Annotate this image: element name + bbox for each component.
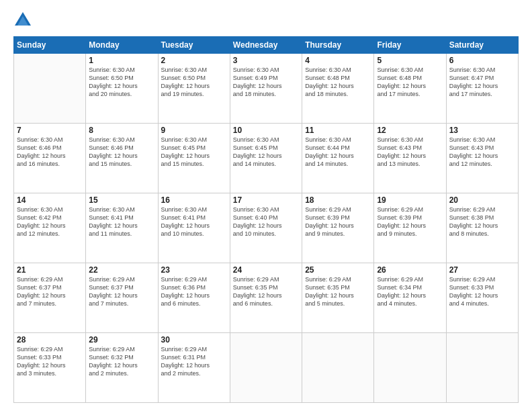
calendar-cell: 23Sunrise: 6:29 AM Sunset: 6:36 PM Dayli… — [158, 263, 230, 333]
logo — [13, 11, 35, 30]
calendar-cell: 28Sunrise: 6:29 AM Sunset: 6:33 PM Dayli… — [14, 333, 86, 403]
day-info: Sunrise: 6:30 AM Sunset: 6:48 PM Dayligh… — [305, 66, 371, 99]
calendar-cell: 29Sunrise: 6:29 AM Sunset: 6:32 PM Dayli… — [86, 333, 158, 403]
day-info: Sunrise: 6:29 AM Sunset: 6:37 PM Dayligh… — [17, 275, 83, 308]
day-info: Sunrise: 6:30 AM Sunset: 6:45 PM Dayligh… — [233, 136, 299, 169]
day-number: 3 — [233, 56, 299, 65]
day-number: 16 — [161, 195, 227, 205]
col-header-thursday: Thursday — [302, 37, 374, 54]
day-info: Sunrise: 6:29 AM Sunset: 6:39 PM Dayligh… — [305, 205, 371, 238]
day-number: 19 — [377, 195, 443, 205]
calendar-cell: 11Sunrise: 6:30 AM Sunset: 6:44 PM Dayli… — [302, 124, 374, 193]
day-info: Sunrise: 6:30 AM Sunset: 6:45 PM Dayligh… — [161, 136, 227, 169]
col-header-saturday: Saturday — [446, 37, 518, 54]
day-number: 20 — [449, 195, 515, 205]
col-header-wednesday: Wednesday — [230, 37, 302, 54]
day-info: Sunrise: 6:30 AM Sunset: 6:49 PM Dayligh… — [233, 66, 299, 99]
day-number: 21 — [17, 265, 83, 275]
calendar-cell — [446, 333, 518, 403]
calendar-week-4: 28Sunrise: 6:29 AM Sunset: 6:33 PM Dayli… — [14, 333, 519, 403]
day-info: Sunrise: 6:29 AM Sunset: 6:35 PM Dayligh… — [233, 275, 299, 308]
calendar-cell: 25Sunrise: 6:29 AM Sunset: 6:35 PM Dayli… — [302, 263, 374, 333]
day-info: Sunrise: 6:30 AM Sunset: 6:42 PM Dayligh… — [17, 205, 83, 238]
day-info: Sunrise: 6:30 AM Sunset: 6:41 PM Dayligh… — [89, 205, 154, 238]
day-number: 4 — [305, 56, 371, 65]
day-number: 30 — [161, 335, 227, 345]
calendar-cell: 3Sunrise: 6:30 AM Sunset: 6:49 PM Daylig… — [230, 54, 302, 124]
col-header-tuesday: Tuesday — [158, 37, 230, 54]
col-header-friday: Friday — [374, 37, 446, 54]
calendar-cell: 21Sunrise: 6:29 AM Sunset: 6:37 PM Dayli… — [14, 263, 86, 333]
day-number: 17 — [233, 195, 299, 205]
page: SundayMondayTuesdayWednesdayThursdayFrid… — [0, 0, 532, 411]
day-number: 8 — [89, 126, 154, 135]
day-info: Sunrise: 6:29 AM Sunset: 6:39 PM Dayligh… — [377, 205, 443, 238]
day-number: 5 — [377, 56, 443, 65]
day-number: 27 — [449, 265, 515, 275]
col-header-sunday: Sunday — [14, 37, 86, 54]
day-number: 22 — [89, 265, 154, 275]
calendar-cell: 16Sunrise: 6:30 AM Sunset: 6:41 PM Dayli… — [158, 193, 230, 263]
day-info: Sunrise: 6:29 AM Sunset: 6:33 PM Dayligh… — [17, 345, 83, 378]
logo-icon — [13, 11, 32, 30]
day-info: Sunrise: 6:29 AM Sunset: 6:31 PM Dayligh… — [161, 345, 227, 378]
calendar-cell: 17Sunrise: 6:30 AM Sunset: 6:40 PM Dayli… — [230, 193, 302, 263]
calendar-cell: 30Sunrise: 6:29 AM Sunset: 6:31 PM Dayli… — [158, 333, 230, 403]
calendar-week-3: 21Sunrise: 6:29 AM Sunset: 6:37 PM Dayli… — [14, 263, 519, 333]
day-number: 9 — [161, 126, 227, 135]
calendar-cell: 26Sunrise: 6:29 AM Sunset: 6:34 PM Dayli… — [374, 263, 446, 333]
day-info: Sunrise: 6:29 AM Sunset: 6:38 PM Dayligh… — [449, 205, 515, 238]
calendar-week-1: 7Sunrise: 6:30 AM Sunset: 6:46 PM Daylig… — [14, 124, 519, 193]
header — [13, 11, 519, 30]
calendar-cell: 24Sunrise: 6:29 AM Sunset: 6:35 PM Dayli… — [230, 263, 302, 333]
calendar-cell: 10Sunrise: 6:30 AM Sunset: 6:45 PM Dayli… — [230, 124, 302, 193]
day-number: 28 — [17, 335, 83, 345]
day-number: 24 — [233, 265, 299, 275]
day-number: 25 — [305, 265, 371, 275]
calendar-cell: 9Sunrise: 6:30 AM Sunset: 6:45 PM Daylig… — [158, 124, 230, 193]
day-info: Sunrise: 6:30 AM Sunset: 6:44 PM Dayligh… — [305, 136, 371, 169]
day-number: 13 — [449, 126, 515, 135]
day-info: Sunrise: 6:30 AM Sunset: 6:50 PM Dayligh… — [161, 66, 227, 99]
calendar-cell: 5Sunrise: 6:30 AM Sunset: 6:48 PM Daylig… — [374, 54, 446, 124]
day-number: 26 — [377, 265, 443, 275]
day-info: Sunrise: 6:29 AM Sunset: 6:33 PM Dayligh… — [449, 275, 515, 308]
calendar-week-2: 14Sunrise: 6:30 AM Sunset: 6:42 PM Dayli… — [14, 193, 519, 263]
calendar-cell: 27Sunrise: 6:29 AM Sunset: 6:33 PM Dayli… — [446, 263, 518, 333]
day-info: Sunrise: 6:30 AM Sunset: 6:50 PM Dayligh… — [89, 66, 154, 99]
calendar-cell: 1Sunrise: 6:30 AM Sunset: 6:50 PM Daylig… — [86, 54, 158, 124]
calendar-cell — [374, 333, 446, 403]
col-header-monday: Monday — [86, 37, 158, 54]
day-number: 10 — [233, 126, 299, 135]
day-number: 29 — [89, 335, 154, 345]
day-number: 1 — [89, 56, 154, 65]
calendar-header-row: SundayMondayTuesdayWednesdayThursdayFrid… — [14, 37, 519, 54]
day-info: Sunrise: 6:30 AM Sunset: 6:46 PM Dayligh… — [17, 136, 83, 169]
day-info: Sunrise: 6:30 AM Sunset: 6:43 PM Dayligh… — [377, 136, 443, 169]
calendar-cell: 8Sunrise: 6:30 AM Sunset: 6:46 PM Daylig… — [86, 124, 158, 193]
calendar-cell: 13Sunrise: 6:30 AM Sunset: 6:43 PM Dayli… — [446, 124, 518, 193]
day-info: Sunrise: 6:30 AM Sunset: 6:48 PM Dayligh… — [377, 66, 443, 99]
day-info: Sunrise: 6:29 AM Sunset: 6:36 PM Dayligh… — [161, 275, 227, 308]
day-info: Sunrise: 6:29 AM Sunset: 6:37 PM Dayligh… — [89, 275, 154, 308]
calendar-cell: 4Sunrise: 6:30 AM Sunset: 6:48 PM Daylig… — [302, 54, 374, 124]
calendar-cell — [230, 333, 302, 403]
calendar-cell: 6Sunrise: 6:30 AM Sunset: 6:47 PM Daylig… — [446, 54, 518, 124]
calendar-cell — [302, 333, 374, 403]
calendar-cell: 15Sunrise: 6:30 AM Sunset: 6:41 PM Dayli… — [86, 193, 158, 263]
day-info: Sunrise: 6:29 AM Sunset: 6:32 PM Dayligh… — [89, 345, 154, 378]
day-info: Sunrise: 6:30 AM Sunset: 6:43 PM Dayligh… — [449, 136, 515, 169]
day-info: Sunrise: 6:30 AM Sunset: 6:46 PM Dayligh… — [89, 136, 154, 169]
day-info: Sunrise: 6:30 AM Sunset: 6:41 PM Dayligh… — [161, 205, 227, 238]
calendar-cell: 19Sunrise: 6:29 AM Sunset: 6:39 PM Dayli… — [374, 193, 446, 263]
calendar-cell: 12Sunrise: 6:30 AM Sunset: 6:43 PM Dayli… — [374, 124, 446, 193]
calendar-cell: 2Sunrise: 6:30 AM Sunset: 6:50 PM Daylig… — [158, 54, 230, 124]
day-number: 15 — [89, 195, 154, 205]
day-number: 14 — [17, 195, 83, 205]
day-info: Sunrise: 6:29 AM Sunset: 6:35 PM Dayligh… — [305, 275, 371, 308]
day-number: 23 — [161, 265, 227, 275]
day-number: 2 — [161, 56, 227, 65]
calendar-cell: 20Sunrise: 6:29 AM Sunset: 6:38 PM Dayli… — [446, 193, 518, 263]
day-info: Sunrise: 6:30 AM Sunset: 6:40 PM Dayligh… — [233, 205, 299, 238]
calendar-cell — [14, 54, 86, 124]
